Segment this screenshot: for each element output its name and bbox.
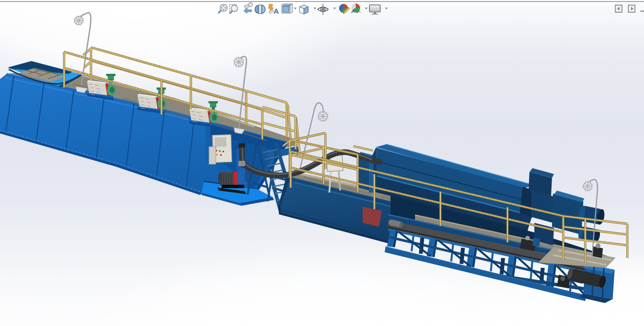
svg-text:A: A [274, 7, 279, 15]
